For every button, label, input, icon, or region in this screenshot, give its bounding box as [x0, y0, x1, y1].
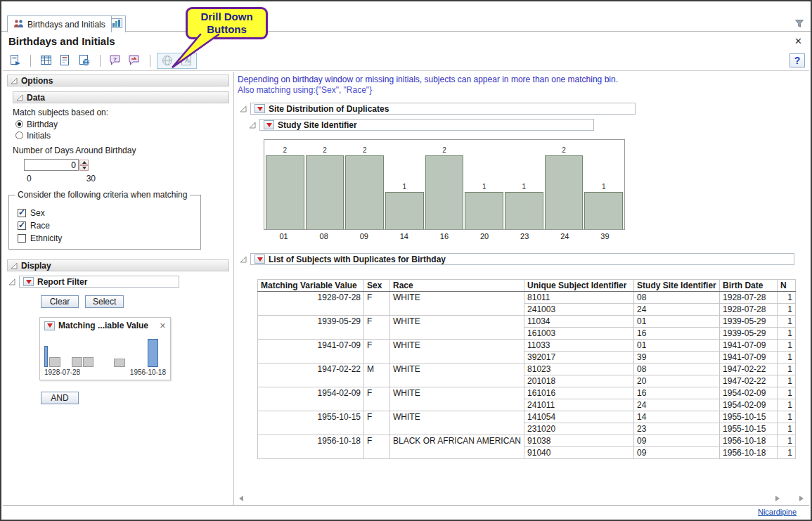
- red-triangle-menu-icon[interactable]: [44, 321, 55, 330]
- filter-card-close-icon[interactable]: ✕: [160, 321, 166, 330]
- histogram-bar[interactable]: [584, 192, 623, 229]
- checkbox-race[interactable]: Race: [18, 221, 195, 231]
- table-cell: 11034: [524, 316, 634, 328]
- table-cell: 08: [634, 292, 720, 304]
- mini-histogram-bar[interactable]: [72, 357, 82, 367]
- reply-bubble-icon[interactable]: [126, 53, 143, 68]
- table-cell: 392017: [524, 352, 634, 364]
- column-header[interactable]: Sex: [364, 280, 390, 292]
- column-header[interactable]: Matching Variable Value: [258, 280, 364, 292]
- help-button[interactable]: ?: [790, 53, 805, 67]
- table-row[interactable]: 1955-10-15FWHITE141054141955-10-151: [258, 411, 796, 423]
- journal-icon[interactable]: [57, 53, 74, 68]
- table-cell: 1: [778, 304, 796, 316]
- mini-x-label-max: 1956-10-18: [130, 368, 166, 376]
- panel-divider[interactable]: [233, 72, 234, 505]
- mini-histogram-bar[interactable]: [83, 357, 94, 367]
- filter-funnel-icon[interactable]: [794, 19, 804, 30]
- mini-histogram-bar[interactable]: [148, 339, 158, 367]
- red-triangle-menu-icon[interactable]: [264, 120, 274, 129]
- scroll-right-edge-arrow[interactable]: [799, 496, 804, 501]
- table-cell: 09: [634, 447, 720, 459]
- column-header[interactable]: Study Site Identifier: [634, 280, 720, 292]
- checkbox[interactable]: [18, 209, 26, 217]
- bar-count-label: 2: [265, 146, 305, 154]
- disclosure-icon[interactable]: [240, 105, 247, 112]
- table-cell: 1: [778, 352, 796, 364]
- clear-button[interactable]: Clear: [41, 295, 79, 308]
- column-header[interactable]: N: [778, 280, 796, 292]
- report-filter-header[interactable]: Report Filter: [19, 276, 179, 288]
- checkbox-label: Ethnicity: [30, 233, 62, 243]
- scroll-left-arrow[interactable]: [239, 496, 243, 501]
- select-button[interactable]: Select: [85, 295, 124, 308]
- mini-histogram: [44, 335, 166, 367]
- data-grid-icon[interactable]: [38, 53, 55, 68]
- table-cell: WHITE: [390, 364, 524, 387]
- histogram-bar[interactable]: [385, 192, 424, 229]
- table-row[interactable]: 1939-05-29FWHITE11034011939-05-291: [258, 316, 796, 328]
- and-button[interactable]: AND: [41, 392, 79, 404]
- table-cell: 11033: [524, 340, 634, 352]
- column-header[interactable]: Birth Date: [720, 280, 778, 292]
- scroll-right-arrow[interactable]: [775, 496, 780, 501]
- radio-button[interactable]: [15, 131, 23, 139]
- table-row[interactable]: 1954-02-09FWHITE161016161954-02-091: [258, 387, 796, 399]
- duplicates-list-header[interactable]: List of Subjects with Duplicates for Bir…: [250, 253, 794, 265]
- histogram-bar[interactable]: [425, 155, 464, 229]
- table-row[interactable]: 1941-07-09FWHITE11033011941-07-091: [258, 340, 796, 352]
- histogram-bar[interactable]: [266, 155, 304, 229]
- spin-down-button[interactable]: [79, 165, 89, 171]
- checkbox-ethnicity[interactable]: Ethnicity: [18, 233, 195, 243]
- spin-up-button[interactable]: [79, 160, 89, 165]
- radio-birthday[interactable]: Birthday: [15, 120, 229, 129]
- histogram-bar[interactable]: [505, 192, 543, 229]
- options-section-header[interactable]: Options: [7, 75, 229, 86]
- table-row[interactable]: 1956-10-18FBLACK OR AFRICAN AMERICAN9103…: [258, 435, 796, 447]
- histogram-bar[interactable]: [545, 155, 584, 229]
- disclosure-icon[interactable]: [16, 94, 23, 101]
- mini-histogram-bar[interactable]: [44, 346, 48, 367]
- column-header[interactable]: Race: [390, 280, 524, 292]
- disclosure-icon[interactable]: [8, 278, 15, 285]
- mini-histogram-bar[interactable]: [49, 357, 60, 367]
- days-input[interactable]: [24, 159, 79, 171]
- histogram-bar[interactable]: [345, 155, 384, 229]
- table-cell: 81011: [524, 292, 634, 304]
- site-distribution-header[interactable]: Site Distribution of Duplicates: [250, 103, 636, 115]
- study-link[interactable]: Nicardipine: [758, 508, 797, 516]
- close-icon[interactable]: ✕: [794, 36, 802, 46]
- disclosure-icon[interactable]: [240, 256, 247, 263]
- radio-button[interactable]: [15, 120, 23, 128]
- bar-count-label: 1: [584, 183, 624, 191]
- disclosure-icon[interactable]: [11, 77, 18, 84]
- disclosure-icon[interactable]: [11, 262, 18, 269]
- tab-birthdays-and-initials[interactable]: Birthdays and Initials: [7, 15, 112, 32]
- duplicates-list-label: List of Subjects with Duplicates for Bir…: [269, 255, 446, 264]
- display-section-header[interactable]: Display: [7, 259, 229, 271]
- checkbox[interactable]: [18, 221, 26, 230]
- column-header[interactable]: Unique Subject Identifier: [524, 280, 634, 292]
- study-site-header[interactable]: Study Site Identifier: [259, 119, 594, 131]
- checkbox-sex[interactable]: Sex: [18, 208, 195, 218]
- histogram-bar[interactable]: [306, 155, 344, 229]
- save-web-icon[interactable]: [76, 53, 93, 68]
- disclosure-icon[interactable]: [249, 122, 256, 129]
- table-row[interactable]: 1928-07-28FWHITE81011081928-07-281: [258, 292, 796, 304]
- export-report-icon[interactable]: [7, 53, 24, 68]
- bar-count-label: 1: [504, 183, 544, 191]
- report-filter-label: Report Filter: [37, 277, 87, 287]
- data-section-header[interactable]: Data: [13, 91, 229, 103]
- red-triangle-menu-icon[interactable]: [254, 104, 265, 113]
- mini-histogram-bar[interactable]: [114, 359, 125, 367]
- radio-initials[interactable]: Initials: [15, 131, 229, 140]
- table-cell: 14: [634, 411, 720, 423]
- histogram-bar[interactable]: [465, 192, 503, 229]
- red-triangle-menu-icon[interactable]: [254, 255, 265, 264]
- help-bubble-icon[interactable]: ?: [107, 53, 124, 68]
- red-triangle-menu-icon[interactable]: [23, 277, 34, 286]
- checkbox[interactable]: [18, 234, 26, 243]
- web-icon[interactable]: [159, 53, 176, 68]
- table-row[interactable]: 1947-02-22MWHITE81023081947-02-221: [258, 364, 796, 375]
- text-image-icon[interactable]: A: [178, 53, 195, 68]
